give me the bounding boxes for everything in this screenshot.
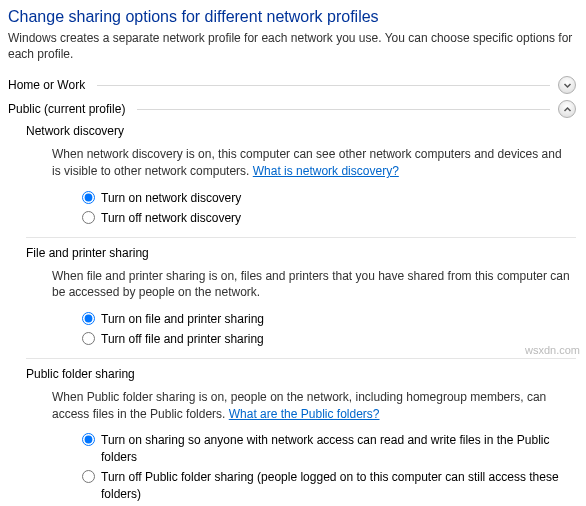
divider bbox=[26, 237, 576, 238]
profile-header-home-or-work[interactable]: Home or Work bbox=[8, 76, 576, 94]
radio-network-discovery-on[interactable]: Turn on network discovery bbox=[82, 190, 576, 207]
radio-label: Turn on file and printer sharing bbox=[101, 311, 264, 328]
radio-network-discovery-off[interactable]: Turn off network discovery bbox=[82, 210, 576, 227]
radio-file-printer-on[interactable]: Turn on file and printer sharing bbox=[82, 311, 576, 328]
profile-label: Public (current profile) bbox=[8, 102, 125, 116]
radio-public-folder-on[interactable]: Turn on sharing so anyone with network a… bbox=[82, 432, 576, 466]
divider bbox=[137, 109, 550, 110]
radio-input[interactable] bbox=[82, 211, 95, 224]
radio-label: Turn off file and printer sharing bbox=[101, 331, 264, 348]
profile-header-public[interactable]: Public (current profile) bbox=[8, 100, 576, 118]
watermark: wsxdn.com bbox=[525, 344, 580, 356]
section-title: File and printer sharing bbox=[26, 246, 576, 260]
radio-group-public-folder: Turn on sharing so anyone with network a… bbox=[82, 432, 576, 502]
radio-input[interactable] bbox=[82, 433, 95, 446]
page-title: Change sharing options for different net… bbox=[8, 8, 576, 26]
divider bbox=[26, 358, 576, 359]
radio-group-file-printer: Turn on file and printer sharing Turn of… bbox=[82, 311, 576, 348]
radio-public-folder-off[interactable]: Turn off Public folder sharing (people l… bbox=[82, 469, 576, 503]
divider bbox=[97, 85, 550, 86]
radio-group-network-discovery: Turn on network discovery Turn off netwo… bbox=[82, 190, 576, 227]
section-file-printer-sharing: File and printer sharing When file and p… bbox=[26, 246, 576, 348]
chevron-down-icon bbox=[558, 76, 576, 94]
radio-label: Turn on network discovery bbox=[101, 190, 241, 207]
link-what-is-network-discovery[interactable]: What is network discovery? bbox=[253, 164, 399, 178]
section-description: When network discovery is on, this compu… bbox=[52, 146, 572, 180]
page-description: Windows creates a separate network profi… bbox=[8, 30, 576, 62]
section-title: Network discovery bbox=[26, 124, 576, 138]
chevron-up-icon bbox=[558, 100, 576, 118]
section-title: Public folder sharing bbox=[26, 367, 576, 381]
radio-input[interactable] bbox=[82, 470, 95, 483]
profile-label: Home or Work bbox=[8, 78, 85, 92]
radio-label: Turn on sharing so anyone with network a… bbox=[101, 432, 576, 466]
section-public-folder-sharing: Public folder sharing When Public folder… bbox=[26, 367, 576, 503]
radio-label: Turn off network discovery bbox=[101, 210, 241, 227]
radio-label: Turn off Public folder sharing (people l… bbox=[101, 469, 576, 503]
radio-input[interactable] bbox=[82, 312, 95, 325]
section-description: When Public folder sharing is on, people… bbox=[52, 389, 572, 423]
section-description: When file and printer sharing is on, fil… bbox=[52, 268, 572, 302]
radio-file-printer-off[interactable]: Turn off file and printer sharing bbox=[82, 331, 576, 348]
section-network-discovery: Network discovery When network discovery… bbox=[26, 124, 576, 226]
radio-input[interactable] bbox=[82, 332, 95, 345]
radio-input[interactable] bbox=[82, 191, 95, 204]
link-what-are-public-folders[interactable]: What are the Public folders? bbox=[229, 407, 380, 421]
